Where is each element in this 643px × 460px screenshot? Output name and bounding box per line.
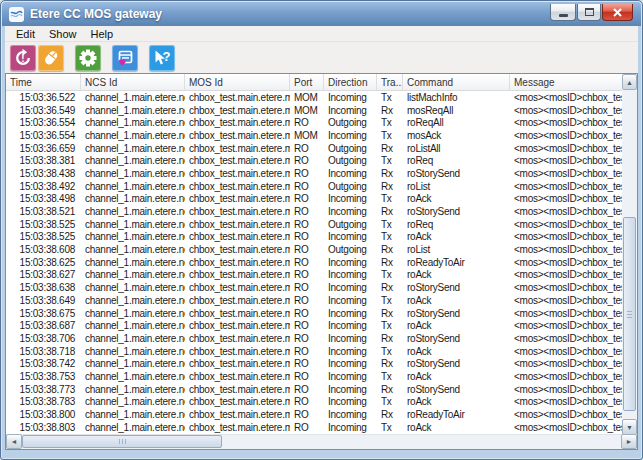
cell-tra: Rx (377, 333, 403, 344)
menu-item-show[interactable]: Show (42, 27, 84, 41)
cell-port: RO (290, 282, 324, 293)
cell-message: <mos><mosID>chbox_test.main. (510, 193, 624, 204)
column-header-mosid[interactable]: MOS Id (185, 74, 290, 90)
column-header-ncsid[interactable]: NCS Id (81, 74, 185, 90)
table-row[interactable]: 15:03:38.706channel_1.main.etere.ncschbo… (6, 332, 624, 345)
table-row[interactable]: 15:03:38.649channel_1.main.etere.ncschbo… (6, 294, 624, 307)
table-row[interactable]: 15:03:38.625channel_1.main.etere.ncschbo… (6, 256, 624, 269)
settings-button[interactable] (75, 45, 101, 71)
table-row[interactable]: 15:03:38.753channel_1.main.etere.ncschbo… (6, 370, 624, 383)
context-help-button[interactable]: ? (149, 45, 175, 71)
scroll-up-button[interactable]: ▲ (622, 74, 637, 90)
cell-tra: Tx (377, 371, 403, 382)
cell-direction: Incoming (324, 295, 377, 306)
cell-tra: Tx (377, 396, 403, 407)
cell-mosid: chbox_test.main.etere.m... (185, 244, 290, 255)
refresh-alert-icon: ! (13, 48, 33, 68)
table-row[interactable]: 15:03:38.438channel_1.main.etere.ncschbo… (6, 167, 624, 180)
cell-command: roReq (403, 219, 510, 230)
vertical-scroll-thumb[interactable] (623, 217, 636, 411)
table-row[interactable]: 15:03:38.800channel_1.main.etere.ncschbo… (6, 408, 624, 421)
cell-direction: Incoming (324, 92, 377, 103)
cell-mosid: chbox_test.main.etere.m... (185, 130, 290, 141)
table-row[interactable]: 15:03:38.525channel_1.main.etere.ncschbo… (6, 218, 624, 231)
table-row[interactable]: 15:03:36.659channel_1.main.etere.ncschbo… (6, 142, 624, 155)
scroll-down-button[interactable]: ▼ (622, 419, 637, 435)
menu-item-edit[interactable]: Edit (9, 27, 42, 41)
table-row[interactable]: 15:03:38.803channel_1.main.etere.ncschbo… (6, 421, 624, 434)
scroll-left-button[interactable]: ◄ (6, 434, 22, 449)
cell-tra: Tx (377, 422, 403, 433)
table-row[interactable]: 15:03:36.522channel_1.main.etere.ncschbo… (6, 91, 624, 104)
column-header-message[interactable]: Message (510, 74, 624, 90)
cell-message: <mos><mosID>chbox_test.main. (510, 155, 624, 166)
gear-icon (78, 48, 98, 68)
log-list: TimeNCS IdMOS IdPortDirectionTra...Comma… (5, 73, 638, 450)
table-row[interactable]: 15:03:38.521channel_1.main.etere.ncschbo… (6, 205, 624, 218)
cell-command: roStorySend (403, 168, 510, 179)
table-row[interactable]: 15:03:38.627channel_1.main.etere.ncschbo… (6, 269, 624, 282)
cell-mosid: chbox_test.main.etere.m... (185, 396, 290, 407)
help-pointer-icon: ? (152, 48, 172, 68)
cell-direction: Incoming (324, 282, 377, 293)
minimize-button[interactable] (550, 4, 576, 21)
cell-message: <mos><mosID>chbox_test.main. (510, 117, 624, 128)
column-header-tra[interactable]: Tra... (377, 74, 403, 90)
table-row[interactable]: 15:03:38.381channel_1.main.etere.ncschbo… (6, 154, 624, 167)
etere-logo-icon[interactable] (9, 7, 24, 22)
column-header-command[interactable]: Command (403, 74, 510, 90)
cell-time: 15:03:38.381 (6, 155, 81, 166)
cell-tra: Tx (377, 130, 403, 141)
table-row[interactable]: 15:03:36.554channel_1.main.etere.ncschbo… (6, 116, 624, 129)
cell-tra: Tx (377, 92, 403, 103)
cell-port: RO (290, 193, 324, 204)
cell-direction: Incoming (324, 320, 377, 331)
table-row[interactable]: 15:03:38.718channel_1.main.etere.ncschbo… (6, 345, 624, 358)
cell-command: mosReqAll (403, 105, 510, 116)
cell-message: <mos><mosID>chbox_test.main. (510, 320, 624, 331)
refresh-alert-button[interactable]: ! (10, 45, 36, 71)
cell-tra: Rx (377, 358, 403, 369)
scroll-right-button[interactable]: ► (621, 434, 637, 449)
table-row[interactable]: 15:03:38.525channel_1.main.etere.ncschbo… (6, 231, 624, 244)
table-row[interactable]: 15:03:36.549channel_1.main.etere.ncschbo… (6, 104, 624, 117)
cell-ncsid: channel_1.main.etere.ncs (81, 155, 185, 166)
title-bar[interactable]: Etere CC MOS gateway (2, 2, 641, 26)
table-row[interactable]: 15:03:38.687channel_1.main.etere.ncschbo… (6, 319, 624, 332)
table-row[interactable]: 15:03:38.742channel_1.main.etere.ncschbo… (6, 357, 624, 370)
table-row[interactable]: 15:03:38.783channel_1.main.etere.ncschbo… (6, 396, 624, 409)
table-row[interactable]: 15:03:36.554channel_1.main.etere.ncschbo… (6, 129, 624, 142)
table-row[interactable]: 15:03:38.498channel_1.main.etere.ncschbo… (6, 193, 624, 206)
cell-port: RO (290, 269, 324, 280)
table-row[interactable]: 15:03:38.675channel_1.main.etere.ncschbo… (6, 307, 624, 320)
cell-time: 15:03:38.675 (6, 308, 81, 319)
cell-ncsid: channel_1.main.etere.ncs (81, 206, 185, 217)
table-row[interactable]: 15:03:38.492channel_1.main.etere.ncschbo… (6, 180, 624, 193)
window-favorites-button[interactable] (112, 45, 138, 71)
mouse-button[interactable] (38, 45, 64, 71)
cell-mosid: chbox_test.main.etere.m... (185, 231, 290, 242)
table-row[interactable]: 15:03:38.638channel_1.main.etere.ncschbo… (6, 281, 624, 294)
column-header-direction[interactable]: Direction (324, 74, 377, 90)
cell-command: roReq (403, 155, 510, 166)
cell-mosid: chbox_test.main.etere.m... (185, 206, 290, 217)
horizontal-scroll-thumb[interactable] (22, 435, 222, 448)
column-header-time[interactable]: Time (6, 74, 81, 90)
cell-port: RO (290, 244, 324, 255)
table-row[interactable]: 15:03:38.773channel_1.main.etere.ncschbo… (6, 383, 624, 396)
table-header: TimeNCS IdMOS IdPortDirectionTra...Comma… (6, 74, 624, 91)
column-header-port[interactable]: Port (290, 74, 324, 90)
horizontal-scrollbar[interactable]: ◄ ► (6, 434, 637, 449)
cell-mosid: chbox_test.main.etere.m... (185, 92, 290, 103)
vertical-scrollbar[interactable]: ▲ ▼ (622, 74, 637, 435)
table-row[interactable]: 15:03:38.608channel_1.main.etere.ncschbo… (6, 243, 624, 256)
maximize-button[interactable] (577, 4, 601, 21)
close-button[interactable] (602, 4, 633, 21)
menu-item-help[interactable]: Help (84, 27, 121, 41)
cell-ncsid: channel_1.main.etere.ncs (81, 371, 185, 382)
cell-tra: Tx (377, 346, 403, 357)
cell-direction: Incoming (324, 333, 377, 344)
arrow-up-icon: ▲ (626, 79, 633, 86)
cell-ncsid: channel_1.main.etere.ncs (81, 282, 185, 293)
cell-message: <mos><mosID>chbox_test.main. (510, 282, 624, 293)
